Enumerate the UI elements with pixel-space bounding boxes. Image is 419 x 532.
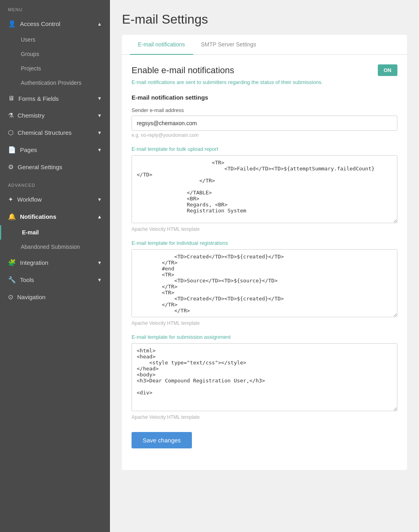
- sender-email-hint: e.g. no-reply@yourdomain.com: [132, 132, 397, 138]
- sidebar-item-label: Navigation: [17, 294, 46, 300]
- template-bulk-label: E-mail template for bulk upload report: [132, 146, 397, 152]
- monitor-icon: 🖥: [8, 95, 14, 102]
- sidebar-item-label: Pages: [20, 146, 37, 153]
- card-body: Enable e-mail notifications ON E-mail no…: [122, 55, 407, 458]
- pages-icon: 📄: [8, 146, 16, 154]
- enable-row: Enable e-mail notifications ON: [132, 64, 397, 76]
- person-icon: 👤: [8, 20, 16, 28]
- sidebar-item-workflow[interactable]: ✦ Workflow ▼: [0, 191, 110, 208]
- enable-toggle[interactable]: ON: [378, 64, 398, 76]
- menu-label: MENU: [0, 0, 110, 15]
- page-title: E-mail Settings: [122, 12, 407, 27]
- enable-title: Enable e-mail notifications: [132, 65, 234, 76]
- sidebar-item-auth-providers[interactable]: Authentication Providers: [0, 76, 110, 90]
- template-individual-textarea[interactable]: [132, 249, 397, 317]
- puzzle-icon: 🧩: [8, 259, 16, 266]
- template-assignment-hint: Apache Velocity HTML template: [132, 414, 397, 420]
- sidebar-item-chemistry[interactable]: ⚗ Chemistry ▼: [0, 107, 110, 124]
- sidebar-item-general-settings[interactable]: ⚙ General Settings: [0, 158, 110, 176]
- template-individual-label: E-mail template for individual registrat…: [132, 240, 397, 246]
- sidebar-item-navigation[interactable]: ⊙ Navigation: [0, 288, 110, 306]
- tab-smtp-settings[interactable]: SMTP Server Settings: [193, 35, 264, 55]
- workflow-icon: ✦: [8, 196, 13, 203]
- chevron-down-icon: ▼: [97, 197, 102, 202]
- chevron-down-icon: ▼: [97, 113, 102, 118]
- sidebar-item-tools[interactable]: 🔧 Tools ▼: [0, 271, 110, 288]
- sidebar-item-users[interactable]: Users: [0, 32, 110, 47]
- template-assignment-label: E-mail template for submission assignmen…: [132, 334, 397, 340]
- sidebar-item-chemical-structures[interactable]: ⬡ Chemical Structures ▼: [0, 124, 110, 141]
- sidebar-item-label: Chemistry: [18, 112, 45, 119]
- template-bulk-hint: Apache Velocity HTML template: [132, 226, 397, 232]
- chevron-down-icon: ▼: [97, 130, 102, 136]
- advanced-label: ADVANCED: [0, 176, 110, 191]
- sidebar-item-pages[interactable]: 📄 Pages ▼: [0, 141, 110, 158]
- template-individual-hint: Apache Velocity HTML template: [132, 320, 397, 326]
- sidebar-item-label: Access Control: [20, 20, 60, 27]
- sidebar-item-label: Chemical Structures: [18, 129, 72, 136]
- chevron-down-icon: ▼: [97, 96, 102, 101]
- sidebar-item-forms-fields[interactable]: 🖥 Forms & Fields ▼: [0, 90, 110, 107]
- sidebar-item-notifications[interactable]: 🔔 Notifications ▲: [0, 208, 110, 225]
- settings-section-title: E-mail notification settings: [132, 94, 397, 101]
- chevron-down-icon: ▼: [97, 277, 102, 283]
- template-bulk-textarea[interactable]: [132, 155, 397, 223]
- chevron-down-icon: ▼: [97, 260, 102, 266]
- enable-description: E-mail notifications are sent to submitt…: [132, 79, 397, 85]
- content-card: E-mail notifications SMTP Server Setting…: [122, 35, 407, 470]
- sidebar-item-label: General Settings: [18, 164, 62, 170]
- tabs: E-mail notifications SMTP Server Setting…: [122, 35, 407, 55]
- sidebar-item-access-control[interactable]: 👤 Access Control ▲: [0, 15, 110, 32]
- sidebar-item-label: Integration: [20, 259, 48, 266]
- gear-icon: ⚙: [8, 163, 14, 171]
- sidebar-item-label: Workflow: [17, 196, 42, 203]
- sidebar-item-label: Tools: [20, 276, 34, 283]
- chevron-down-icon: ▼: [97, 147, 102, 153]
- sidebar-item-integration[interactable]: 🧩 Integration ▼: [0, 254, 110, 271]
- sidebar-item-projects[interactable]: Projects: [0, 61, 110, 76]
- sidebar-item-abandoned-submission[interactable]: Abandoned Submission: [0, 240, 110, 254]
- bell-icon: 🔔: [8, 213, 16, 220]
- navigation-icon: ⊙: [8, 293, 13, 301]
- hexagon-icon: ⬡: [8, 129, 14, 136]
- tab-email-notifications[interactable]: E-mail notifications: [130, 35, 193, 55]
- chevron-up-icon: ▲: [97, 214, 102, 220]
- template-assignment-textarea[interactable]: [132, 343, 397, 411]
- sender-email-label: Sender e-mail address: [132, 107, 397, 113]
- sidebar-item-label: Notifications: [20, 213, 56, 220]
- save-button[interactable]: Save changes: [132, 432, 192, 448]
- sidebar-item-email[interactable]: E-mail: [0, 225, 110, 240]
- sidebar-item-groups[interactable]: Groups: [0, 47, 110, 61]
- main-content: E-mail Settings E-mail notifications SMT…: [110, 0, 419, 532]
- sidebar-item-label: Forms & Fields: [18, 95, 59, 102]
- wrench-icon: 🔧: [8, 276, 16, 284]
- flask-icon: ⚗: [8, 112, 14, 119]
- sidebar: MENU 👤 Access Control ▲ Users Groups Pro…: [0, 0, 110, 532]
- chevron-up-icon: ▲: [97, 21, 102, 27]
- sender-email-input[interactable]: [132, 116, 397, 131]
